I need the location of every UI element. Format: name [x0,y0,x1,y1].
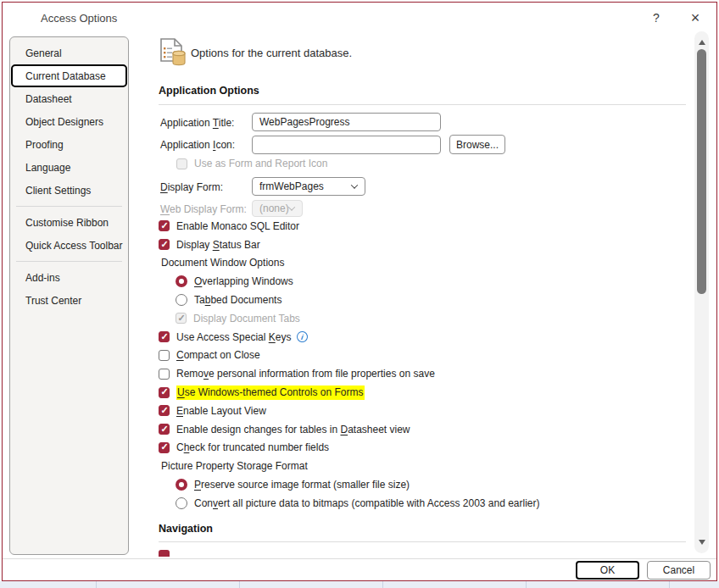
sidebar-item-object-designers[interactable]: Object Designers [11,110,127,133]
option-label: Display Document Tabs [193,313,300,325]
option-group-label: Picture Property Storage Format [159,457,688,475]
section-rule [159,104,686,105]
option-label[interactable]: Overlapping Windows [194,275,293,287]
option-row: Enable Monaco SQL Editor [159,217,688,236]
option-label[interactable]: Use Access Special Keys [176,331,291,343]
radio-button[interactable] [176,275,187,287]
sidebar-item-label: Quick Access Toolbar [25,240,123,252]
page-title: Options for the current database. [191,47,352,59]
sidebar-item-label: Proofing [25,139,64,151]
ok-button[interactable]: OK [576,561,639,580]
cancel-button[interactable]: Cancel [647,561,711,580]
option-row: Tabbed Documents [159,291,688,309]
sidebar-item-label: Object Designers [25,116,103,128]
chevron-down-icon [351,181,358,188]
scroll-up-icon[interactable] [699,40,705,45]
application-title-input[interactable] [252,113,441,131]
option-label[interactable]: Use Windows-themed Controls on Forms [176,386,365,400]
option-label[interactable]: Enable Monaco SQL Editor [176,220,299,232]
option-label[interactable]: Check for truncated number fields [176,441,329,453]
option-row: Display Status Bar [159,236,688,254]
help-button[interactable]: ? [645,8,667,28]
web-display-form-label: Web Display Form: [160,203,247,215]
sidebar-item-customise-ribbon[interactable]: Customise Ribbon [11,211,127,234]
info-icon[interactable]: i [297,330,309,343]
group-label: Document Window Options [161,257,284,269]
sidebar-item-label: Language [25,162,70,174]
sidebar-item-label: Client Settings [25,185,91,197]
sidebar-item-label: Current Database [25,70,106,82]
use-as-form-icon-label: Use as Form and Report Icon [194,158,327,169]
option-row: Overlapping Windows [159,272,688,291]
sidebar-item-label: Datasheet [25,93,72,105]
radio-button[interactable] [176,497,187,509]
help-icon: ? [653,11,660,25]
checkbox[interactable] [159,424,170,435]
web-display-form-value: (none) [259,202,289,214]
vertical-scrollbar[interactable] [694,31,709,553]
web-display-form-dropdown: (none) [252,200,303,217]
option-row: Enable design changes for tables in Data… [159,420,688,439]
radio-button[interactable] [176,479,187,491]
sidebar-item-general[interactable]: General [11,42,127,64]
sidebar-divider [16,206,122,207]
application-title-label: Application Title: [160,117,234,129]
sidebar-item-datasheet[interactable]: Datasheet [11,87,127,110]
sidebar-item-client-settings[interactable]: Client Settings [11,179,127,202]
use-as-form-icon-row: Use as Form and Report Icon [176,158,327,169]
display-form-label: Display Form: [160,181,223,193]
sidebar-item-label: Add-ins [25,272,60,284]
checkbox[interactable] [159,405,170,416]
checkbox[interactable] [159,369,170,380]
options-list: Enable Monaco SQL EditorDisplay Status B… [159,217,688,513]
option-row: Display Document Tabs [159,309,688,328]
sidebar-item-quick-access-toolbar[interactable]: Quick Access Toolbar [11,234,127,257]
option-label[interactable]: Convert all picture data to bitmaps (com… [194,497,540,509]
sidebar-item-language[interactable]: Language [11,156,127,179]
scroll-down-icon[interactable] [699,540,705,545]
option-label[interactable]: Display Status Bar [176,239,260,251]
sidebar-item-label: Customise Ribbon [25,217,109,229]
checkbox[interactable] [159,387,170,398]
option-group-label: Document Window Options [159,254,688,273]
option-label[interactable]: Remove personal information from file pr… [176,368,435,380]
option-label[interactable]: Preserve source image format (smaller fi… [194,479,410,491]
section-application-options: Application Options [159,85,259,97]
radio-button[interactable] [176,294,187,306]
section-navigation: Navigation [159,523,213,535]
scrollbar-thumb[interactable] [697,49,706,294]
display-form-value: frmWebPages [259,180,324,192]
chevron-down-icon [288,203,295,210]
group-label: Picture Property Storage Format [161,460,308,472]
option-row: Convert all picture data to bitmaps (com… [159,494,688,513]
option-row: Preserve source image format (smaller fi… [159,475,688,494]
sidebar-item-proofing[interactable]: Proofing [11,133,127,156]
option-label[interactable]: Compact on Close [176,349,260,361]
use-as-form-icon-checkbox [176,158,187,169]
sidebar-item-current-database[interactable]: Current Database [11,64,127,87]
sidebar-item-label: General [25,47,62,59]
option-row: Check for truncated number fields [159,439,688,458]
checkbox[interactable] [159,220,170,231]
close-button[interactable]: × [684,8,706,28]
access-options-dialog: Access Options ? × GeneralCurrent Databa… [2,2,717,581]
application-icon-input[interactable] [252,136,441,154]
checkbox [176,313,187,324]
display-form-dropdown[interactable]: frmWebPages [252,177,365,196]
checkbox[interactable] [159,350,170,361]
option-row: Compact on Close [159,347,688,365]
option-row: Remove personal information from file pr… [159,364,688,383]
browse-button[interactable]: Browse... [449,135,505,154]
close-icon: × [691,9,700,27]
sidebar-item-add-ins[interactable]: Add-ins [11,266,127,289]
checkbox[interactable] [159,442,170,453]
option-label[interactable]: Tabbed Documents [194,294,281,306]
dialog-title: Access Options [41,12,117,25]
option-label[interactable]: Enable design changes for tables in Data… [176,424,410,435]
checkbox[interactable] [159,331,170,342]
checkbox[interactable] [159,239,170,250]
category-sidebar: GeneralCurrent DatabaseDatasheetObject D… [9,36,129,555]
option-label[interactable]: Enable Layout View [176,405,266,417]
sidebar-item-label: Trust Center [25,295,81,307]
sidebar-item-trust-center[interactable]: Trust Center [11,289,127,312]
